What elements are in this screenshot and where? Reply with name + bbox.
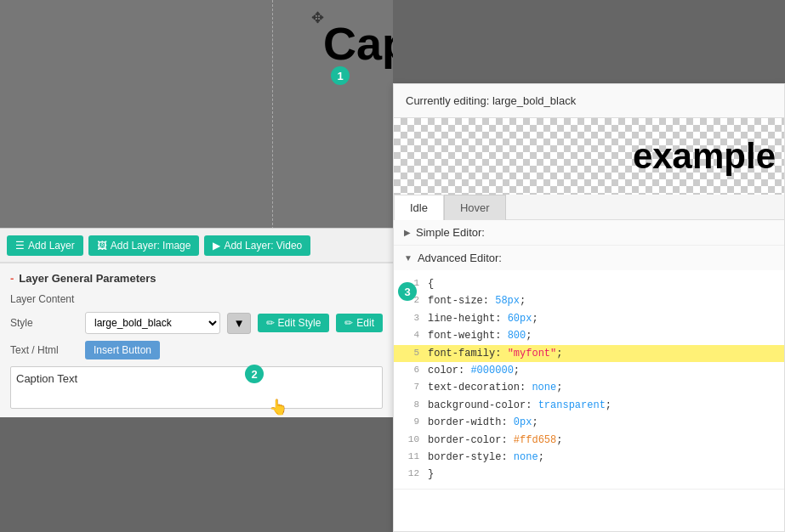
code-line-3: 3 line-height: 60px; [394, 310, 784, 327]
code-line-11: 11 border-style: none; [394, 449, 784, 466]
pencil-icon: ✏ [266, 317, 275, 329]
simple-editor-section: ▶ Simple Editor: [394, 220, 784, 246]
caption-text-element[interactable]: Caption Text [323, 17, 393, 70]
code-line-7: 7 text-decoration: none; [394, 379, 784, 396]
style-label: Style [10, 317, 78, 329]
tab-hover[interactable]: Hover [444, 195, 506, 220]
step-badge-2: 2 [245, 365, 264, 383]
image-icon: 🖼 [97, 240, 107, 252]
chevron-down-icon: ▼ [404, 253, 412, 263]
layer-content-row: Layer Content [10, 293, 383, 305]
chevron-right-icon: ▶ [404, 228, 411, 237]
add-layer-button[interactable]: ☰ Add Layer [7, 235, 83, 256]
code-line-6: 6 color: #000000; [394, 362, 784, 379]
advanced-editor-header[interactable]: ▼ Advanced Editor: [394, 246, 784, 270]
dash-icon: - [10, 272, 14, 285]
tab-idle[interactable]: Idle [394, 195, 444, 220]
panel-header: Currently editing: large_bold_black [394, 84, 784, 118]
move-icon[interactable]: ✥ [311, 8, 324, 27]
layer-content-label: Layer Content [10, 293, 78, 305]
style-select[interactable]: large_bold_black [85, 312, 220, 334]
step-badge-1: 1 [331, 66, 350, 85]
section-title: - Layer General Parameters [10, 272, 383, 285]
simple-editor-header[interactable]: ▶ Simple Editor: [394, 220, 784, 245]
style-row: Style large_bold_black ▼ ✏ Edit Style ✏ … [10, 312, 383, 334]
advanced-editor-section: ▼ Advanced Editor: 1 { 2 font-size: 58px… [394, 246, 784, 490]
video-icon: ▶ [213, 240, 220, 252]
code-editor[interactable]: 1 { 2 font-size: 58px; 3 line-height: 60… [394, 270, 784, 489]
code-line-9: 9 border-width: 0px; [394, 414, 784, 431]
add-layer-icon: ☰ [15, 240, 25, 252]
add-layer-video-button[interactable]: ▶ Add Layer: Video [204, 235, 310, 256]
code-line-10: 10 border-color: #ffd658; [394, 432, 784, 449]
code-line-1: 1 { [394, 275, 784, 292]
add-layer-image-button[interactable]: 🖼 Add Layer: Image [88, 235, 200, 256]
text-html-row: Text / Html Insert Button [10, 341, 383, 359]
preview-text: example [633, 136, 776, 177]
bottom-panel: - Layer General Parameters Layer Content… [0, 262, 393, 417]
vertical-guide-line [272, 0, 273, 229]
toolbar: ☰ Add Layer 🖼 Add Layer: Image ▶ Add Lay… [0, 228, 393, 262]
edit-style-button[interactable]: ✏ Edit Style [258, 314, 330, 332]
preview-area: example [394, 118, 784, 195]
caption-text: Caption Text [323, 18, 393, 69]
edit-icon: ✏ [344, 317, 353, 329]
code-line-5: 5 font-family: "myfont"; [394, 345, 784, 362]
tab-bar: Idle Hover [394, 195, 784, 220]
content-area[interactable]: Caption Text [10, 366, 383, 409]
canvas-area: Caption Text ✥ [0, 0, 393, 229]
text-html-label: Text / Html [10, 344, 78, 356]
code-line-4: 4 font-weight: 800; [394, 327, 784, 344]
style-dropdown-button[interactable]: ▼ [227, 313, 250, 334]
style-editor-panel: Currently editing: large_bold_black exam… [393, 83, 785, 532]
code-line-12: 12 } [394, 466, 784, 483]
code-line-8: 8 background-color: transparent; [394, 397, 784, 414]
step-badge-3: 3 [398, 282, 417, 301]
code-line-2: 2 font-size: 58px; [394, 292, 784, 309]
insert-button[interactable]: Insert Button [85, 341, 160, 359]
edit-button[interactable]: ✏ Edit [336, 314, 383, 332]
